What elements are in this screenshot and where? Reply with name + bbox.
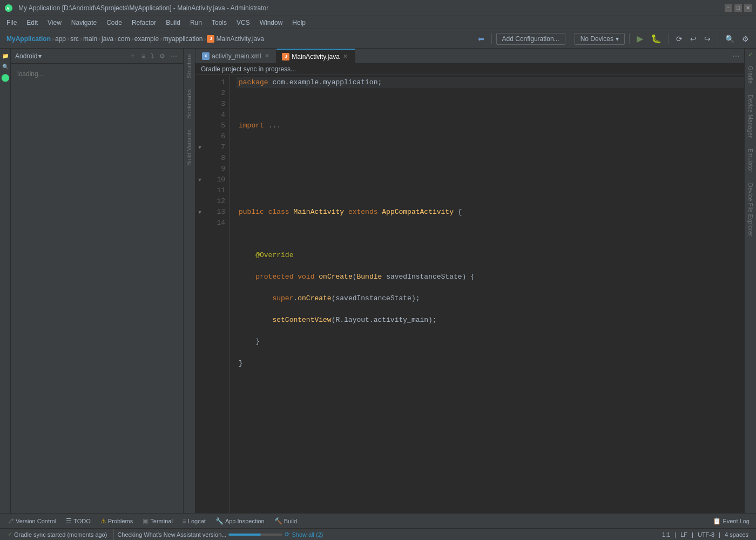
menu-tools[interactable]: Tools xyxy=(207,18,231,28)
app-inspection-tab[interactable]: 🔧 App Inspection xyxy=(211,516,269,526)
structure-tab[interactable]: Structure xyxy=(184,49,195,84)
svg-text:A: A xyxy=(6,6,9,10)
project-add-button[interactable]: ＋ xyxy=(128,51,138,61)
menu-file[interactable]: File xyxy=(2,18,21,28)
tab-activity-main-close[interactable]: ✕ xyxy=(263,52,271,60)
build-tab[interactable]: 🔨 Build xyxy=(270,516,301,526)
project-collapse-button[interactable]: ≡ xyxy=(140,52,147,60)
gradle-sync-check-icon[interactable]: ✓ xyxy=(746,49,755,60)
menu-view[interactable]: View xyxy=(43,18,66,28)
menu-refactor[interactable]: Refactor xyxy=(127,18,160,28)
undo-button[interactable]: ↩ xyxy=(687,33,699,45)
bottom-toolbar: ⎇ Version Control ☰ TODO ⚠ Problems ▣ Te… xyxy=(0,513,756,528)
vcs-status-item[interactable]: ✓ Gradle sync started (moments ago) xyxy=(4,529,110,540)
breadcrumb-java[interactable]: java xyxy=(102,35,113,43)
menu-window[interactable]: Window xyxy=(255,18,287,28)
toolbar-separator-3 xyxy=(629,33,630,44)
nav-back-button[interactable]: ⬅ xyxy=(475,33,487,45)
breadcrumb-src[interactable]: src xyxy=(70,35,79,43)
gutter-2 xyxy=(195,88,204,99)
device-manager-tab[interactable]: Device Manager xyxy=(745,89,756,143)
breadcrumb-example[interactable]: example xyxy=(134,35,159,43)
breadcrumb-myapp[interactable]: myapplication xyxy=(163,35,202,43)
project-panel-header-left: Android ▾ xyxy=(15,52,42,60)
event-log-icon: 📋 xyxy=(713,517,721,525)
settings-button[interactable]: ⚙ xyxy=(739,33,752,45)
maximize-button[interactable]: □ xyxy=(734,4,742,12)
event-log-label: Event Log xyxy=(723,518,750,524)
project-more-button[interactable]: ⋯ xyxy=(169,52,179,60)
event-log-tab[interactable]: 📋 Event Log xyxy=(708,516,754,526)
sync-button[interactable]: ⟳ xyxy=(673,33,685,45)
menu-vcs[interactable]: VCS xyxy=(232,18,254,28)
version-control-tab[interactable]: ⎇ Version Control xyxy=(2,516,60,526)
add-configuration-button[interactable]: Add Configuration... xyxy=(496,33,565,45)
fold-method-icon[interactable]: ▼ xyxy=(198,177,202,183)
status-separator xyxy=(113,529,114,540)
activity-bar-project[interactable]: 📁 xyxy=(1,51,10,60)
status-sep-1: | xyxy=(674,531,676,538)
breadcrumb-main[interactable]: main xyxy=(83,35,97,43)
tab-activity-main-xml[interactable]: X activity_main.xml ✕ xyxy=(197,49,276,63)
fold-end-icon[interactable]: ▼ xyxy=(198,210,202,215)
logcat-label: Logcat xyxy=(188,518,206,524)
search-everywhere-button[interactable]: 🔍 xyxy=(723,33,737,45)
line-sep-status[interactable]: LF xyxy=(677,531,691,538)
breadcrumb-mainactivity[interactable]: MainActivity.java xyxy=(216,35,264,43)
problems-icon: ⚠ xyxy=(100,517,106,525)
status-sep-2: | xyxy=(692,531,693,538)
android-studio-icon: A xyxy=(4,4,13,12)
project-settings-button[interactable]: ⚙ xyxy=(158,52,167,60)
position-status[interactable]: 1:1 xyxy=(659,531,673,538)
editor-tab-overflow[interactable]: ⋯ xyxy=(728,50,744,63)
encoding-status[interactable]: UTF-8 xyxy=(694,531,718,538)
menu-code[interactable]: Code xyxy=(102,18,126,28)
breadcrumb: MyApplication › app › src › main › java … xyxy=(6,35,264,43)
code-line-3: import ... xyxy=(237,120,744,131)
code-editor[interactable]: ▼ ▼ ▼ 1 2 3 4 5 6 xyxy=(195,75,744,513)
line-numbers: 1 2 3 4 5 6 7 8 9 10 11 12 13 14 xyxy=(204,75,230,513)
emulator-tab[interactable]: Emulator xyxy=(745,143,756,178)
tab-mainactivity-close[interactable]: ✕ xyxy=(342,53,349,60)
bookmarks-tab[interactable]: Bookmarks xyxy=(184,84,195,124)
build-variants-tab[interactable]: Build Variants xyxy=(184,124,195,171)
problems-tab[interactable]: ⚠ Problems xyxy=(96,516,137,526)
run-button[interactable]: ▶ xyxy=(634,32,646,45)
activity-bar-search[interactable]: 🔍 xyxy=(1,62,10,71)
android-view-dropdown[interactable]: Android ▾ xyxy=(15,52,42,60)
debug-button[interactable]: 🐛 xyxy=(648,32,664,45)
gutter-4 xyxy=(195,110,204,120)
line-num-4: 4 xyxy=(204,110,225,120)
tab-mainactivity-java[interactable]: J MainActivity.java ✕ xyxy=(276,49,355,63)
minimize-button[interactable]: − xyxy=(725,4,732,12)
project-panel: Android ▾ ＋ ≡ ⤵ ⚙ ⋯ loading... xyxy=(11,49,184,513)
menu-build[interactable]: Build xyxy=(161,18,185,28)
menu-help[interactable]: Help xyxy=(288,18,310,28)
no-devices-dropdown[interactable]: No Devices ▾ xyxy=(575,33,625,45)
breadcrumb-project[interactable]: MyApplication xyxy=(6,35,51,43)
logcat-tab[interactable]: ≡ Logcat xyxy=(178,516,210,526)
redo-button[interactable]: ↪ xyxy=(701,33,713,45)
show-all-label[interactable]: Show all (2) xyxy=(292,531,323,538)
menu-run[interactable]: Run xyxy=(186,18,206,28)
terminal-tab[interactable]: ▣ Terminal xyxy=(138,516,177,526)
menu-navigate[interactable]: Navigate xyxy=(67,18,101,28)
indent-status[interactable]: 4 spaces xyxy=(721,531,752,538)
project-tree: loading... xyxy=(11,64,183,513)
gutter-10: ▼ xyxy=(195,174,204,185)
gradle-tab[interactable]: Gradle xyxy=(745,60,756,89)
code-line-9: @Override xyxy=(237,250,744,261)
close-button[interactable]: ✕ xyxy=(744,4,752,12)
gutter-9 xyxy=(195,164,204,174)
todo-tab[interactable]: ☰ TODO xyxy=(62,516,95,526)
breadcrumb-com[interactable]: com xyxy=(118,35,130,43)
project-panel-header-right: ＋ ≡ ⤵ ⚙ ⋯ xyxy=(128,51,179,61)
code-content[interactable]: package com.example.myapplication; impor… xyxy=(230,75,744,513)
menu-edit[interactable]: Edit xyxy=(22,18,42,28)
project-scroll-button[interactable]: ⤵ xyxy=(149,52,156,60)
code-line-13: } xyxy=(237,336,744,347)
activity-bar-vcs[interactable]: ⬤ xyxy=(1,72,10,82)
breadcrumb-app[interactable]: app xyxy=(55,35,66,43)
fold-class-icon[interactable]: ▼ xyxy=(198,145,202,150)
device-files-tab[interactable]: Device File Explorer xyxy=(745,178,756,241)
